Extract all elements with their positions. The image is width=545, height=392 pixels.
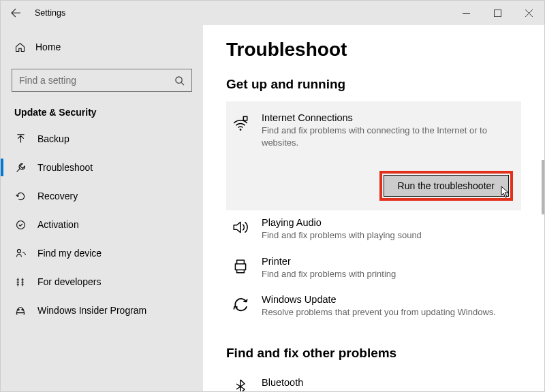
section-header-other: Find and fix other problems [226,346,521,361]
back-button[interactable] [1,1,31,25]
nav-recovery[interactable]: Recovery [1,182,203,210]
nav-windows-insider[interactable]: Windows Insider Program [1,296,203,325]
internet-icon [230,112,251,131]
ts-title: Windows Update [262,294,516,305]
nav-find-my-device[interactable]: Find my device [1,239,203,267]
ts-title: Internet Connections [262,112,513,123]
page-title: Troubleshoot [226,39,521,61]
home-icon [14,42,26,53]
sidebar-section-header: Update & Security [12,107,192,118]
run-troubleshooter-highlight: Run the troubleshooter [379,171,513,201]
svg-point-3 [17,249,20,252]
nav-activation[interactable]: Activation [1,210,203,239]
ts-bluetooth[interactable]: Bluetooth Find and fix problems with Blu… [226,370,521,391]
window-controls [450,1,544,25]
recovery-icon [14,191,27,202]
section-header-running: Get up and running [226,77,521,92]
update-icon [230,294,251,318]
nav-item-label: Windows Insider Program [37,305,146,316]
ts-windows-update[interactable]: Windows Update Resolve problems that pre… [226,287,521,325]
printer-icon [230,256,251,280]
nav-item-label: Backup [37,133,69,144]
nav-troubleshoot[interactable]: Troubleshoot [1,153,203,182]
window-title: Settings [31,8,65,18]
ts-title: Playing Audio [262,217,516,228]
maximize-icon [494,10,501,17]
run-troubleshooter-button[interactable]: Run the troubleshooter [384,175,509,197]
troubleshooter-list: Internet Connections Find and fix proble… [226,101,521,325]
nav-backup[interactable]: Backup [1,125,203,153]
ts-desc: Find and fix problems with printing [262,268,516,280]
content-pane: Troubleshoot Get up and running Internet… [203,25,544,391]
titlebar: Settings [1,1,544,25]
nav-item-label: Find my device [37,248,102,259]
troubleshoot-icon [14,162,27,174]
ts-title: Bluetooth [262,377,516,388]
search-box[interactable] [12,69,192,92]
ts-printer[interactable]: Printer Find and fix problems with print… [226,249,521,287]
scrollbar-thumb[interactable] [542,160,544,214]
ts-desc: Resolve problems that prevent you from u… [262,306,516,318]
svg-point-2 [16,220,25,229]
backup-icon [14,133,27,145]
minimize-icon [463,10,470,17]
arrow-left-icon [10,7,21,18]
audio-icon [230,217,251,242]
nav-item-label: For developers [37,276,101,287]
svg-rect-4 [243,116,247,120]
find-device-icon [14,248,27,259]
ts-desc: Find and fix problems with Bluetooth dev… [262,389,516,391]
search-input[interactable] [19,75,174,86]
bluetooth-icon [230,377,251,391]
developers-icon [14,276,27,288]
ts-desc: Find and fix problems with connecting to… [262,125,513,149]
nav-item-label: Recovery [37,191,78,201]
nav-item-label: Activation [37,219,79,230]
close-button[interactable] [513,1,544,25]
nav-item-label: Troubleshoot [37,162,93,173]
svg-point-1 [176,76,182,82]
sidebar: Home Update & Security Backup Troublesho… [1,25,203,391]
activation-icon [14,219,27,231]
search-icon [174,76,185,86]
ts-playing-audio[interactable]: Playing Audio Find and fix problems with… [226,210,521,248]
ts-internet-connections[interactable]: Internet Connections Find and fix proble… [226,101,521,210]
nav-list: Backup Troubleshoot Recovery Activation [12,125,192,325]
close-icon [525,10,533,17]
nav-home-label: Home [35,42,61,52]
nav-home[interactable]: Home [12,35,192,59]
insider-icon [14,304,27,316]
maximize-button[interactable] [482,1,513,25]
svg-rect-0 [494,10,501,16]
ts-title: Printer [262,256,516,267]
minimize-button[interactable] [450,1,482,25]
nav-for-developers[interactable]: For developers [1,267,203,296]
ts-desc: Find and fix problems with playing sound [262,229,516,242]
